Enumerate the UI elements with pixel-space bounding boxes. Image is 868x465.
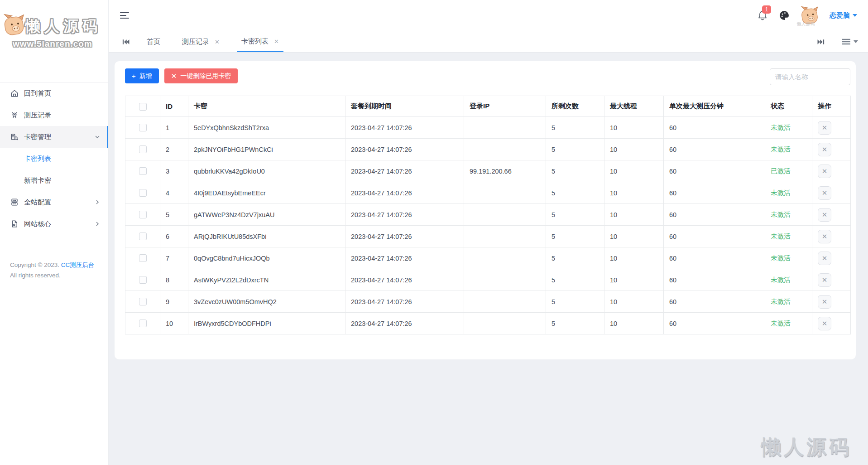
stress-record-icon xyxy=(10,111,19,120)
row-checkbox[interactable] xyxy=(139,211,147,218)
cell-login-ip xyxy=(464,313,546,334)
cell-expire-time: 2023-04-27 14:07:26 xyxy=(345,117,464,139)
cell-id: 2 xyxy=(160,139,188,160)
sidebar-subitem-label: 新增卡密 xyxy=(24,176,51,185)
row-checkbox[interactable] xyxy=(139,232,147,240)
cell-login-ip xyxy=(464,139,546,160)
row-delete-button[interactable]: ✕ xyxy=(818,295,831,309)
cell-expire-time: 2023-04-27 14:07:26 xyxy=(345,226,464,247)
sidebar-item-card-key-management[interactable]: 卡密管理 xyxy=(0,126,108,148)
cell-id: 6 xyxy=(160,226,188,247)
row-checkbox[interactable] xyxy=(139,276,147,284)
palette-icon xyxy=(779,10,790,21)
card-key-list-panel: + 新增 ✕ 一键删除已用卡密 ID 卡密 xyxy=(115,61,856,359)
row-delete-button[interactable]: ✕ xyxy=(818,121,831,135)
tabs-scroll-left-button[interactable] xyxy=(117,31,135,52)
cell-max-minutes: 60 xyxy=(664,160,765,182)
status-badge: 未激活 xyxy=(771,211,791,218)
tab-close-icon[interactable]: ✕ xyxy=(215,39,220,45)
table-row: 5gATWWeP3Nz4DzV7jxuAU2023-04-27 14:07:26… xyxy=(125,204,851,226)
chevron-right-icon xyxy=(95,221,100,227)
row-delete-button[interactable]: ✕ xyxy=(818,186,831,200)
sidebar-item-site-config[interactable]: 全站配置 xyxy=(0,191,108,213)
cell-login-ip xyxy=(464,226,546,247)
cell-max-minutes: 60 xyxy=(664,291,765,313)
copyright-line1: Copyright © 2023. CC测压后台 xyxy=(10,260,100,271)
caret-down-icon xyxy=(854,40,858,44)
cell-card-key: 2pkJNYOiFbHG1PWnCkCi xyxy=(188,139,345,160)
card-key-table: ID 卡密 套餐到期时间 登录IP 所剩次数 最大线程 单次最大测压分钟 状态 … xyxy=(125,96,851,334)
cell-login-ip xyxy=(464,182,546,204)
sidebar-item-stress-records[interactable]: 测压记录 xyxy=(0,104,108,126)
row-checkbox[interactable] xyxy=(139,298,147,305)
cell-max-threads: 10 xyxy=(604,117,664,139)
status-badge: 未激活 xyxy=(771,320,791,327)
cell-max-threads: 10 xyxy=(604,139,664,160)
cell-max-minutes: 60 xyxy=(664,139,765,160)
row-delete-button[interactable]: ✕ xyxy=(818,208,831,222)
cell-remaining-count: 5 xyxy=(546,160,604,182)
tab-close-icon[interactable]: ✕ xyxy=(274,39,279,44)
status-badge: 未激活 xyxy=(771,298,791,305)
home-icon xyxy=(10,89,19,98)
row-checkbox[interactable] xyxy=(139,189,147,197)
column-header-max-minutes: 单次最大测压分钟 xyxy=(664,96,765,117)
status-badge: 未激活 xyxy=(771,124,791,131)
cell-max-minutes: 60 xyxy=(664,313,765,334)
table-row: 10IrBWyxrd5CDYbODFHDPi2023-04-27 14:07:2… xyxy=(125,313,851,334)
sidebar-subitem-label: 卡密列表 xyxy=(24,155,51,163)
table-header-row: ID 卡密 套餐到期时间 登录IP 所剩次数 最大线程 单次最大测压分钟 状态 … xyxy=(125,96,851,117)
delete-used-keys-button[interactable]: ✕ 一键删除已用卡密 xyxy=(164,68,238,83)
x-icon: ✕ xyxy=(171,73,177,79)
cell-card-key: ARjQJbRIKUtU85dsXFbi xyxy=(188,226,345,247)
row-delete-button[interactable]: ✕ xyxy=(818,252,831,265)
tab-home[interactable]: 首页 xyxy=(142,31,165,52)
row-checkbox[interactable] xyxy=(139,254,147,262)
column-header-id: ID xyxy=(160,96,188,117)
user-dropdown[interactable]: 恋爱脑 xyxy=(830,11,857,20)
sidebar-subitem-card-key-list[interactable]: 卡密列表 xyxy=(0,148,108,170)
row-delete-button[interactable]: ✕ xyxy=(818,273,831,287)
row-delete-button[interactable]: ✕ xyxy=(818,143,831,156)
theme-palette-button[interactable] xyxy=(779,10,790,21)
notification-bell-button[interactable]: 1 xyxy=(757,10,768,21)
table-row: 8AstWKyPVZt2L2dDxrcTN2023-04-27 14:07:26… xyxy=(125,269,851,291)
sidebar-item-site-core[interactable]: 网站核心 xyxy=(0,213,108,235)
tab-label: 卡密列表 xyxy=(241,37,269,46)
toolbar: + 新增 ✕ 一键删除已用卡密 xyxy=(125,68,850,85)
cell-remaining-count: 5 xyxy=(546,139,604,160)
sidebar-subitem-add-card-key[interactable]: 新增卡密 xyxy=(0,170,108,191)
cell-id: 10 xyxy=(160,313,188,334)
sidebar-item-home[interactable]: 回到首页 xyxy=(0,82,108,104)
cell-remaining-count: 5 xyxy=(546,204,604,226)
add-button[interactable]: + 新增 xyxy=(125,68,159,83)
copyright-link[interactable]: CC测压后台 xyxy=(61,262,95,268)
cell-max-minutes: 60 xyxy=(664,226,765,247)
tab-bar: 首页 测压记录 ✕ 卡密列表 ✕ xyxy=(109,31,868,53)
cell-max-minutes: 60 xyxy=(664,117,765,139)
tabs-menu-button[interactable] xyxy=(842,39,858,45)
row-delete-button[interactable]: ✕ xyxy=(818,165,831,178)
cell-expire-time: 2023-04-27 14:07:26 xyxy=(345,182,464,204)
collapse-sidebar-button[interactable] xyxy=(117,9,132,22)
row-checkbox[interactable] xyxy=(139,167,147,175)
search-input[interactable] xyxy=(770,68,850,85)
chevron-right-icon xyxy=(95,199,100,205)
table-row: 70qOvgC8bnd7uHicxJOQb2023-04-27 14:07:26… xyxy=(125,247,851,269)
row-checkbox[interactable] xyxy=(139,320,147,327)
cell-login-ip xyxy=(464,117,546,139)
cell-id: 8 xyxy=(160,269,188,291)
sidebar-item-label: 卡密管理 xyxy=(24,133,51,141)
tab-stress-records[interactable]: 测压记录 ✕ xyxy=(177,31,224,52)
row-checkbox[interactable] xyxy=(139,124,147,131)
row-delete-button[interactable]: ✕ xyxy=(818,230,831,243)
tabs-scroll-right-button[interactable] xyxy=(812,39,830,45)
tab-card-key-list[interactable]: 卡密列表 ✕ xyxy=(237,31,283,52)
row-checkbox[interactable] xyxy=(139,145,147,153)
sidebar: 懒人源码 www.5lanren.com 回到首页 测压记录 卡密管理 xyxy=(0,0,109,465)
row-delete-button[interactable]: ✕ xyxy=(818,317,831,330)
user-avatar[interactable]: 懒人源码 xyxy=(801,6,819,25)
cell-login-ip xyxy=(464,204,546,226)
column-header-remaining-count: 所剩次数 xyxy=(546,96,604,117)
select-all-checkbox[interactable] xyxy=(139,103,147,111)
